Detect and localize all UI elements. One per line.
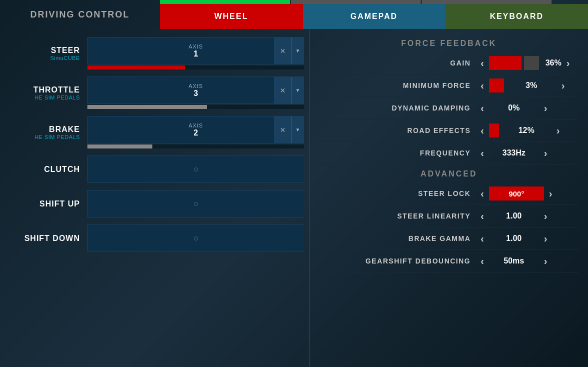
frequency-right-chevron[interactable]: › <box>542 148 550 159</box>
brake-slider-fill <box>87 144 152 148</box>
steer-lock-control: ‹ 900° › <box>478 186 578 200</box>
frequency-value: 333Hz <box>489 146 539 160</box>
dynamic-damping-control: ‹ 0% › <box>478 101 578 115</box>
shift-down-label: SHIFT DOWN <box>5 234 87 243</box>
shift-up-row: SHIFT UP <box>0 187 309 220</box>
steer-axis-actions: ✕ ▼ <box>274 38 304 64</box>
brake-slider <box>87 144 304 148</box>
road-effects-row: ROAD EFFECTS ‹ 12% › <box>320 120 578 142</box>
minimum-force-label: MINIMUM FORCE <box>320 82 478 90</box>
throttle-sublabel: HE SIM PEDALS <box>5 94 80 100</box>
shift-up-empty-box[interactable] <box>87 190 304 218</box>
gain-left-chevron[interactable]: ‹ <box>478 58 487 69</box>
shift-up-dot-icon <box>194 202 198 206</box>
gain-label: GAIN <box>320 59 478 67</box>
brake-row: BRAKE HE SIM PEDALS AXIS 2 ✕ ▼ <box>0 113 309 152</box>
road-effects-right-chevron[interactable]: › <box>554 125 563 136</box>
steer-lock-left-chevron[interactable]: ‹ <box>478 188 487 200</box>
brake-gamma-label: BRAKE GAMMA <box>320 234 478 242</box>
throttle-label: THROTTLE HE SIM PEDALS <box>5 86 87 100</box>
brake-axis-number: 2 <box>194 128 198 138</box>
throttle-dropdown-button[interactable]: ▼ <box>291 77 304 104</box>
steer-sublabel: SimuCUBE <box>5 55 80 61</box>
frequency-left-chevron[interactable]: ‹ <box>478 148 487 159</box>
throttle-slider <box>87 105 304 109</box>
road-effects-value: 12% <box>502 124 552 138</box>
gearshift-debouncing-value: 50ms <box>489 254 539 268</box>
gearshift-debouncing-row: GEARSHIFT DEBOUNCING ‹ 50ms › <box>320 250 578 272</box>
clutch-empty-box[interactable] <box>87 156 304 183</box>
clutch-dot-icon <box>194 168 198 172</box>
dynamic-damping-right-chevron[interactable]: › <box>542 102 550 114</box>
brake-clear-button[interactable]: ✕ <box>274 116 291 143</box>
minimum-force-value: 3% <box>507 78 557 92</box>
minimum-force-left-chevron[interactable]: ‹ <box>478 80 487 92</box>
gain-right-chevron[interactable]: › <box>564 58 573 69</box>
gearshift-debouncing-right-chevron[interactable]: › <box>542 256 550 267</box>
brake-label: BRAKE HE SIM PEDALS <box>5 125 87 140</box>
progress-bar-green <box>160 0 290 4</box>
dynamic-damping-row: DYNAMIC DAMPING ‹ 0% › <box>320 97 578 120</box>
throttle-axis-number: 3 <box>194 89 198 98</box>
brake-gamma-row: BRAKE GAMMA ‹ 1.00 › <box>320 228 578 250</box>
tab-gamepad[interactable]: GAMEPAD <box>303 4 446 29</box>
gain-row: GAIN ‹ 36% › <box>320 52 578 74</box>
steer-linearity-control: ‹ 1.00 › <box>478 209 578 223</box>
steer-dropdown-button[interactable]: ▼ <box>291 38 304 64</box>
clutch-row: CLUTCH <box>0 152 309 186</box>
steer-linearity-left-chevron[interactable]: ‹ <box>478 210 487 222</box>
steer-linearity-label: STEER LINEARITY <box>320 212 478 220</box>
dynamic-damping-value: 0% <box>489 101 539 115</box>
road-effects-bar <box>489 124 499 138</box>
steer-clear-button[interactable]: ✕ <box>274 38 291 64</box>
tab-wheel[interactable]: WHEEL <box>160 4 303 29</box>
brake-axis-container: AXIS 2 ✕ ▼ <box>87 116 304 148</box>
left-panel: STEER SimuCUBE AXIS 1 ✕ ▼ <box>0 29 310 367</box>
force-feedback-header: FORCE FEEDBACK <box>320 34 578 52</box>
shift-down-empty-box[interactable] <box>87 224 304 252</box>
gearshift-debouncing-left-chevron[interactable]: ‹ <box>478 256 487 267</box>
brake-gamma-left-chevron[interactable]: ‹ <box>478 233 487 244</box>
brake-dropdown-button[interactable]: ▼ <box>291 116 304 143</box>
frequency-label: FREQUENCY <box>320 149 478 157</box>
brake-axis-label: AXIS <box>188 122 203 128</box>
content-area: STEER SimuCUBE AXIS 1 ✕ ▼ <box>0 29 588 367</box>
main-container: DRIVING CONTROL WHEEL GAMEPAD KEYBOARD <box>0 0 588 367</box>
steer-slider <box>87 66 304 70</box>
right-panel: FORCE FEEDBACK GAIN ‹ 36% › MINIMUM FORC… <box>310 29 588 367</box>
throttle-axis-actions: ✕ ▼ <box>274 77 304 104</box>
shift-down-row: SHIFT DOWN <box>0 222 309 255</box>
minimum-force-control: ‹ 3% › <box>478 78 578 92</box>
minimum-force-right-chevron[interactable]: › <box>559 80 568 92</box>
progress-bars <box>160 0 588 4</box>
steer-lock-bar: 900° <box>489 186 544 200</box>
throttle-clear-button[interactable]: ✕ <box>274 77 291 104</box>
steer-axis-container: AXIS 1 ✕ ▼ <box>87 37 304 70</box>
steer-axis-label: AXIS <box>188 44 203 50</box>
throttle-axis-container: AXIS 3 ✕ ▼ <box>87 76 304 109</box>
gearshift-debouncing-label: GEARSHIFT DEBOUNCING <box>320 257 478 265</box>
steer-linearity-right-chevron[interactable]: › <box>542 210 550 222</box>
brake-gamma-right-chevron[interactable]: › <box>542 233 550 244</box>
brake-gamma-value: 1.00 <box>489 232 539 246</box>
frequency-row: FREQUENCY ‹ 333Hz › <box>320 142 578 164</box>
progress-bar-gray2 <box>422 0 552 4</box>
driving-control-label: DRIVING CONTROL <box>0 0 160 29</box>
steer-axis-box: AXIS 1 ✕ ▼ <box>87 37 304 64</box>
brake-sublabel: HE SIM PEDALS <box>5 134 80 140</box>
progress-bar-gray1 <box>291 0 421 4</box>
tabs-area: WHEEL GAMEPAD KEYBOARD <box>160 0 588 29</box>
throttle-axis-box: AXIS 3 ✕ ▼ <box>87 76 304 104</box>
tab-keyboard[interactable]: KEYBOARD <box>445 4 588 29</box>
minimum-force-bar <box>489 78 504 92</box>
steer-lock-label: STEER LOCK <box>320 190 478 198</box>
road-effects-label: ROAD EFFECTS <box>320 126 478 134</box>
steer-axis-number: 1 <box>194 50 198 58</box>
road-effects-left-chevron[interactable]: ‹ <box>478 125 487 136</box>
steer-linearity-row: STEER LINEARITY ‹ 1.00 › <box>320 205 578 228</box>
brake-gamma-control: ‹ 1.00 › <box>478 232 578 246</box>
steer-lock-row: STEER LOCK ‹ 900° › <box>320 182 578 205</box>
dynamic-damping-left-chevron[interactable]: ‹ <box>478 102 487 114</box>
steer-row: STEER SimuCUBE AXIS 1 ✕ ▼ <box>0 34 309 72</box>
steer-lock-right-chevron[interactable]: › <box>547 188 555 200</box>
